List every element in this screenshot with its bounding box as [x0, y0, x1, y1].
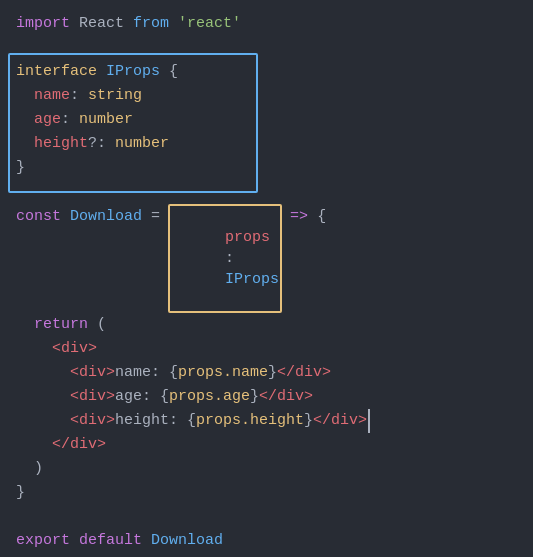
- token-height-prop: height: [34, 132, 88, 156]
- token-from: from: [133, 12, 169, 36]
- token-div-close-tag: </div>: [52, 433, 106, 457]
- line-paren-close: ): [16, 457, 517, 481]
- line-import: import React from 'react': [16, 12, 517, 36]
- line-interface: interface IProps {: [16, 60, 517, 84]
- line-height-jsx: <div> height: { props.height } </div> ​: [16, 409, 517, 433]
- token-props-height-expr: props.height: [196, 409, 304, 433]
- token-div-height-open: <div>: [70, 409, 115, 433]
- token-download-name: Download: [70, 205, 142, 229]
- token-div-age-open: <div>: [70, 385, 115, 409]
- line-age-jsx: <div> age: { props.age } </div>: [16, 385, 517, 409]
- line-height-prop: height ?: number: [16, 132, 517, 156]
- token-name-text: name:: [115, 361, 169, 385]
- line-export: export default Download: [16, 529, 517, 553]
- token-arrow: =>: [290, 205, 308, 229]
- token-props-age-expr: props.age: [169, 385, 250, 409]
- token-import: import: [16, 12, 70, 36]
- props-highlight-box: props : IProps: [168, 204, 282, 313]
- line-const: const Download = props : IProps => {: [16, 204, 517, 313]
- token-div-age-close: </div>: [259, 385, 313, 409]
- token-download-export: Download: [151, 529, 223, 553]
- line-interface-close: }: [16, 156, 517, 180]
- token-return-kw: return: [34, 313, 88, 337]
- line-age-prop: age : number: [16, 108, 517, 132]
- token-iprops-ref: IProps: [225, 271, 279, 288]
- line-fn-close: }: [16, 481, 517, 505]
- blank-line-3: [16, 505, 517, 529]
- text-cursor: ​: [368, 409, 370, 433]
- token-const-kw: const: [16, 205, 61, 229]
- token-export-kw: export: [16, 529, 70, 553]
- token-div-name-open: <div>: [70, 361, 115, 385]
- token-age-text: age:: [115, 385, 160, 409]
- token-div-height-close: </div>: [313, 409, 367, 433]
- token-props-name-expr: props.name: [178, 361, 268, 385]
- line-name-jsx: <div> name: { props.name } </div>: [16, 361, 517, 385]
- token-number-type-age: number: [79, 108, 133, 132]
- token-div-name-close: </div>: [277, 361, 331, 385]
- code-editor: import React from 'react' interface IPro…: [0, 0, 533, 557]
- token-string-type: string: [88, 84, 142, 108]
- token-interface-kw: interface: [16, 60, 97, 84]
- line-name-prop: name : string: [16, 84, 517, 108]
- blank-line-2: [16, 180, 517, 204]
- token-div-open-tag: <div>: [52, 337, 97, 361]
- token-height-text: height:: [115, 409, 187, 433]
- token-iprops-name: IProps: [106, 60, 160, 84]
- token-name-prop: name: [34, 84, 70, 108]
- blank-line-1: [16, 36, 517, 60]
- line-div-open: <div>: [16, 337, 517, 361]
- token-props-param: props: [225, 229, 270, 246]
- token-default-kw: default: [79, 529, 142, 553]
- line-return: return (: [16, 313, 517, 337]
- token-string-react: 'react': [178, 12, 241, 36]
- token-age-prop: age: [34, 108, 61, 132]
- line-div-close: </div>: [16, 433, 517, 457]
- token-number-type-height: number: [115, 132, 169, 156]
